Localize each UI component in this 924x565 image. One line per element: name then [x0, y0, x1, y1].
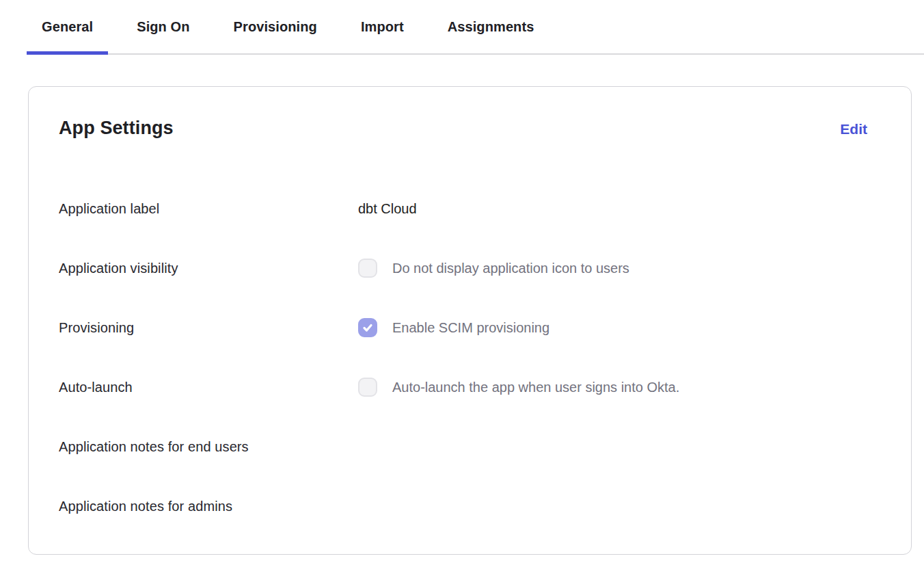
tab-provisioning[interactable]: Provisioning [219, 0, 332, 53]
row-application-label: Application label dbt Cloud [59, 199, 881, 218]
checkbox-label: Enable SCIM provisioning [392, 320, 549, 336]
tab-assignments[interactable]: Assignments [433, 0, 549, 53]
tab-provisioning-label: Provisioning [234, 19, 317, 35]
app-settings-card: App Settings Edit Application label dbt … [28, 86, 912, 555]
tab-import-label: Import [361, 19, 404, 35]
row-auto-launch: Auto-launch Auto-launch the app when use… [59, 378, 881, 397]
row-label: Auto-launch [59, 380, 358, 395]
checkbox-label: Do not display application icon to users [392, 261, 629, 276]
scim-provisioning-checkbox[interactable] [358, 318, 377, 337]
card-header: App Settings Edit [59, 116, 881, 140]
application-label-value: dbt Cloud [358, 201, 417, 217]
application-visibility-checkbox[interactable] [358, 259, 377, 278]
row-notes-end-users: Application notes for end users [59, 437, 881, 456]
tab-general[interactable]: General [27, 0, 108, 53]
tab-import[interactable]: Import [346, 0, 419, 53]
checkbox-label: Auto-launch the app when user signs into… [392, 380, 679, 395]
row-label: Provisioning [59, 320, 358, 336]
check-icon [362, 322, 373, 333]
row-label: Application notes for end users [59, 439, 358, 455]
tab-sign-on-label: Sign On [137, 19, 189, 35]
tab-sign-on[interactable]: Sign On [122, 0, 204, 53]
tab-bar: General Sign On Provisioning Import Assi… [27, 0, 924, 55]
row-label: Application visibility [59, 261, 358, 276]
settings-rows: Application label dbt Cloud Application … [59, 199, 881, 516]
auto-launch-checkbox[interactable] [358, 378, 377, 397]
card-title: App Settings [59, 116, 174, 140]
page: General Sign On Provisioning Import Assi… [0, 0, 924, 565]
row-application-visibility: Application visibility Do not display ap… [59, 259, 881, 278]
tab-general-label: General [42, 19, 93, 35]
row-label: Application label [59, 201, 358, 217]
row-provisioning: Provisioning Enable SCIM provisioning [59, 318, 881, 337]
row-notes-admins: Application notes for admins [59, 497, 881, 516]
tab-assignments-label: Assignments [448, 19, 534, 35]
edit-button[interactable]: Edit [840, 121, 867, 137]
row-label: Application notes for admins [59, 499, 358, 514]
